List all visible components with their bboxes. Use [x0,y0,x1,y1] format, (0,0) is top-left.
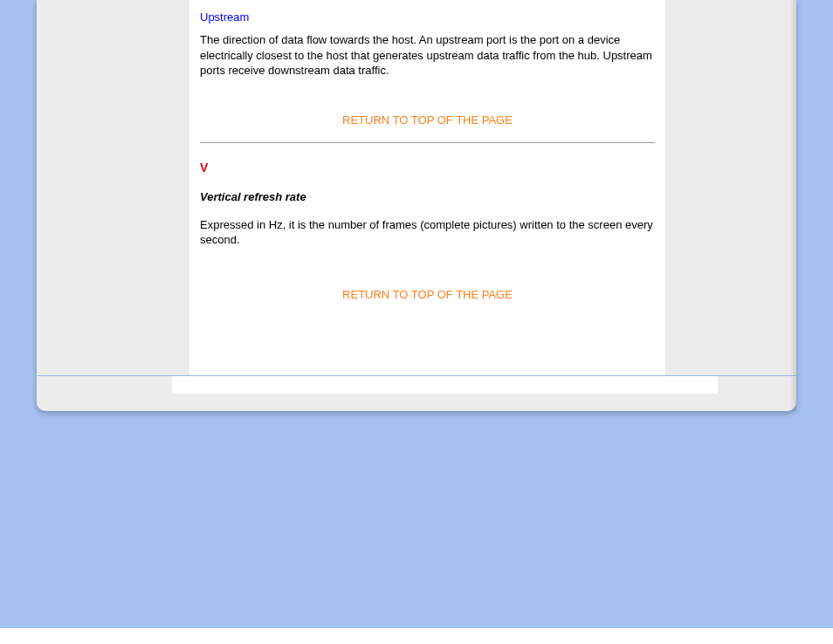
content-inner: Upstream The direction of data flow towa… [189,0,665,301]
frame-shadow [789,0,796,411]
term-link-upstream[interactable]: Upstream [200,0,655,32]
divider [200,142,655,143]
content-pane: Upstream The direction of data flow towa… [189,0,665,375]
footer-strip [37,376,796,394]
section-letter-v: V [200,161,655,175]
definition-vertical-refresh-rate: Expressed in Hz, it is the number of fra… [200,217,655,248]
definition-upstream: The direction of data flow towards the h… [200,32,655,79]
page-background: Upstream The direction of data flow towa… [0,0,833,628]
page-frame: Upstream The direction of data flow towa… [37,0,796,411]
return-to-top-link[interactable]: RETURN TO TOP OF THE PAGE [200,113,655,127]
return-to-top-link[interactable]: RETURN TO TOP OF THE PAGE [200,288,655,301]
term-title-vertical-refresh-rate: Vertical refresh rate [200,190,655,203]
footer-white-slot [172,376,718,394]
